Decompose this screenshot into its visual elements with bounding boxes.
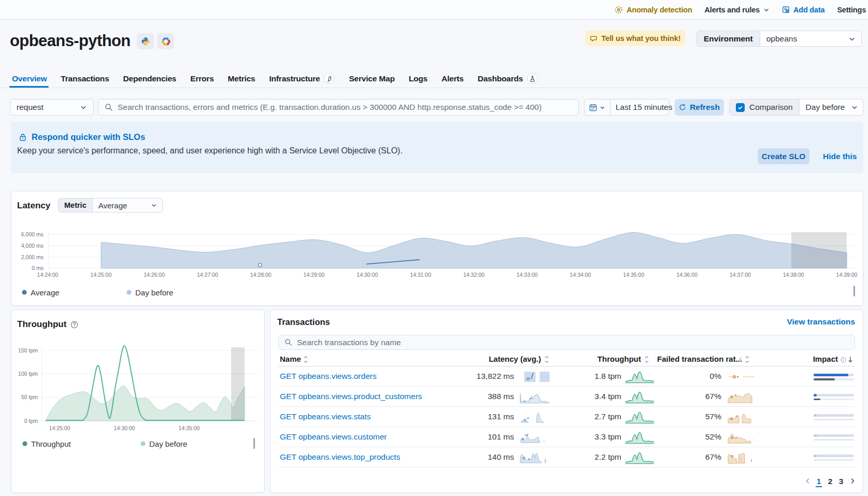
svg-text:4,000 ms: 4,000 ms <box>21 243 44 249</box>
svg-text:Average: Average <box>31 288 60 297</box>
svg-text:150 tpm: 150 tpm <box>18 347 38 353</box>
svg-text:2,000 ms: 2,000 ms <box>21 254 44 260</box>
svg-text:14:38:00: 14:38:00 <box>783 272 804 278</box>
svg-text:Throughput: Throughput <box>31 440 72 448</box>
svg-text:14:33:00: 14:33:00 <box>517 272 538 278</box>
svg-text:14:32:00: 14:32:00 <box>463 272 485 278</box>
svg-text:50 tpm: 50 tpm <box>21 394 38 400</box>
svg-text:14:36:00: 14:36:00 <box>676 272 698 278</box>
svg-text:Day before: Day before <box>135 288 173 297</box>
svg-text:14:28:00: 14:28:00 <box>250 272 272 278</box>
svg-text:100 tpm: 100 tpm <box>18 371 38 377</box>
svg-text:Day before: Day before <box>149 440 187 448</box>
svg-text:14:30:00: 14:30:00 <box>357 272 378 278</box>
svg-text:14:26:00: 14:26:00 <box>144 272 165 278</box>
svg-text:14:30:00: 14:30:00 <box>114 425 135 431</box>
svg-text:0 ms: 0 ms <box>32 265 44 271</box>
svg-text:14:25:00: 14:25:00 <box>90 272 111 278</box>
svg-text:14:27:00: 14:27:00 <box>197 272 218 278</box>
svg-text:14:35:00: 14:35:00 <box>179 425 200 431</box>
svg-text:6,000 ms: 6,000 ms <box>21 231 44 237</box>
svg-text:14:35:00: 14:35:00 <box>623 272 644 278</box>
svg-text:14:24:00: 14:24:00 <box>37 272 59 278</box>
svg-text:14:31:00: 14:31:00 <box>410 272 431 278</box>
svg-text:14:29:00: 14:29:00 <box>304 272 325 278</box>
svg-text:14:39:00: 14:39:00 <box>836 272 858 278</box>
svg-text:0 tpm: 0 tpm <box>24 418 38 424</box>
svg-text:14:34:00: 14:34:00 <box>570 272 591 278</box>
svg-text:14:25:00: 14:25:00 <box>49 425 70 431</box>
svg-text:14:37:00: 14:37:00 <box>730 272 751 278</box>
